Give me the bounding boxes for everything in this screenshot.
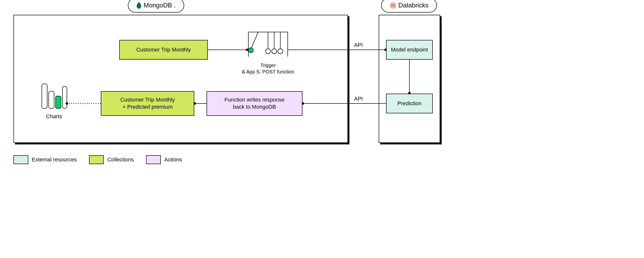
node-prediction: Prediction bbox=[386, 94, 433, 113]
node-model-endpoint: Model endpoint bbox=[386, 40, 433, 60]
mongodb-container bbox=[14, 15, 348, 143]
svg-point-5 bbox=[248, 48, 253, 53]
svg-point-11 bbox=[278, 49, 283, 54]
legend-collections: Collections bbox=[89, 155, 134, 164]
trigger-group: Trigger & App S. POST function bbox=[241, 30, 295, 75]
mongodb-label-text: MongoDB bbox=[144, 2, 172, 9]
svg-line-4 bbox=[251, 32, 258, 49]
mongodb-label: MongoDB. bbox=[128, 0, 184, 13]
trigger-label: Trigger & App S. POST function bbox=[241, 62, 295, 75]
api-label-bottom: API bbox=[354, 96, 363, 102]
architecture-diagram: MongoDB. Databricks Customer Trip Monthl… bbox=[10, 5, 442, 177]
legend-swatch-collections bbox=[89, 155, 104, 164]
node-customer-trip-monthly: Customer Trip Monthly bbox=[119, 40, 208, 60]
svg-rect-13 bbox=[49, 91, 54, 108]
node-function-writes-back: Function writes response back to MongoDB bbox=[206, 91, 302, 116]
databricks-container bbox=[379, 15, 440, 143]
charts-label: Charts bbox=[34, 113, 74, 120]
svg-point-9 bbox=[272, 49, 277, 54]
node-customer-trip-monthly-predicted: Customer Trip Monthly + Predicted premiu… bbox=[101, 91, 194, 116]
legend-swatch-actions bbox=[146, 155, 161, 164]
charts-group: Charts bbox=[34, 81, 74, 120]
databricks-label: Databricks bbox=[381, 0, 437, 13]
api-label-top: API bbox=[354, 42, 363, 48]
trigger-cradle-icon bbox=[241, 30, 295, 59]
mongodb-leaf-icon bbox=[136, 2, 142, 9]
svg-rect-14 bbox=[56, 96, 61, 108]
legend-swatch-external bbox=[14, 155, 28, 164]
databricks-label-text: Databricks bbox=[398, 2, 428, 9]
legend: External resources Collections Actions bbox=[14, 155, 182, 164]
svg-point-7 bbox=[266, 49, 270, 54]
databricks-icon bbox=[390, 2, 396, 9]
legend-actions: Actions bbox=[146, 155, 182, 164]
svg-rect-15 bbox=[62, 86, 67, 108]
legend-external: External resources bbox=[14, 155, 77, 164]
svg-rect-12 bbox=[42, 84, 47, 108]
charts-icon bbox=[40, 81, 68, 111]
